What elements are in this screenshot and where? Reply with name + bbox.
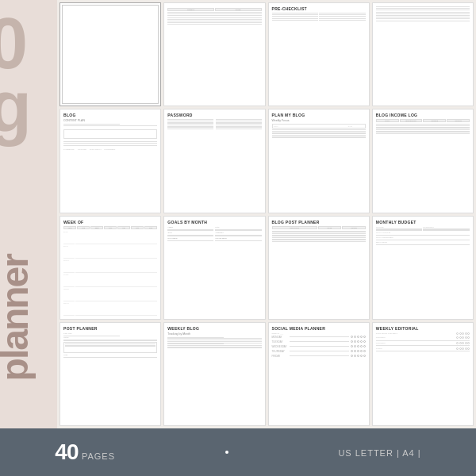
card-pre-checklist: PRE-CHECKLIST: [268, 2, 370, 106]
social-icon-tw: [354, 336, 356, 338]
card-title-plan-blog: PLAN MY BLOG: [272, 113, 366, 117]
card-title-income-log: BLOG INCOME LOG: [376, 113, 470, 117]
social-icon-ig: [357, 336, 359, 338]
card-title-monthly-budget: MONTHLY BUDGET: [376, 220, 470, 225]
format-info: US LETTER | A4 |: [338, 445, 420, 459]
pages-number: 40: [55, 440, 78, 464]
card-password: PASSWORD: [163, 109, 265, 213]
card-blog-income-log: BLOG INCOME LOG DATE DESCRIPTION SOURCE …: [372, 109, 474, 213]
card-monthly-budget: MONTHLY BUDGET INCOME EXPENSES: [372, 216, 474, 320]
card-weekly-blog: WEEKLY BLOG Tracking by Month: [163, 322, 265, 426]
card-blog: BLOG CONTENT PLAN FACEBOOK TWITTER INSTA…: [60, 109, 161, 213]
social-icon-pi: [360, 336, 363, 338]
notes-lines: [167, 12, 261, 102]
letter-g: g: [0, 71, 32, 143]
editorial-icon-3: [462, 332, 464, 335]
main-container: 0 g planner SUBJECT NOTES: [0, 0, 476, 476]
card-notes: SUBJECT NOTES: [163, 2, 265, 106]
card-weekly-editorial: WEEKLY EDITORIAL POST BLOG CONTENT CONTE…: [372, 322, 474, 426]
editorial-icon-5: [467, 332, 470, 335]
card-post-planner: POST PLANNER Post Title Notes Tags: [60, 322, 161, 426]
bottom-bar: 40 PAGES US LETTER | A4 |: [0, 428, 476, 476]
card-title-blog: BLOG: [63, 113, 157, 117]
card-title-checklist: PRE-CHECKLIST: [272, 6, 366, 11]
card-subtitle-blog: CONTENT PLAN: [63, 119, 157, 122]
notes-col1: SUBJECT: [167, 8, 214, 11]
word-planner: planner: [0, 255, 34, 381]
social-icon-yt: [363, 336, 366, 338]
card-title-social-media: SOCIAL MEDIA PLANNER: [272, 326, 366, 331]
card-plan-my-blog: PLAN MY BLOG Weekly Focus TOPIC DATE: [268, 109, 370, 213]
card-title-week-of: WEEK OF: [63, 220, 157, 225]
card-decorative: [60, 2, 161, 106]
left-accent: 0 g planner: [0, 0, 57, 428]
card-blog-post-planner: BLOG POST PLANNER POST TITLE DATE STATUS: [268, 216, 370, 320]
card-social-media-planner: SOCIAL MEDIA PLANNER Week of: ___ MONDAY…: [268, 322, 370, 426]
social-icon-fb: [351, 336, 353, 338]
accent-letters: 0 g planner: [0, 0, 57, 428]
notes-header: SUBJECT NOTES: [167, 8, 261, 11]
format-label: US LETTER | A4 |: [338, 448, 420, 458]
letter-o: 0: [0, 8, 28, 79]
card-title-password: PASSWORD: [167, 113, 261, 117]
card-subtitle-weekly-blog: Tracking by Month: [167, 332, 261, 336]
card-week-of: WEEK OF MON TUE WED THU FRI SAT SUN BLOG: [60, 216, 161, 320]
page-grid: SUBJECT NOTES PRE-CHECKLIST: [57, 0, 476, 428]
pages-count: 40 PAGES: [55, 440, 115, 465]
card-empty1: [372, 2, 474, 106]
card-title-blog-post-planner: BLOG POST PLANNER: [272, 220, 366, 225]
editorial-icon-1: [456, 332, 459, 335]
card-title-goals-by-month: GOALS BY MONTH: [167, 220, 261, 225]
decorative-border: [62, 5, 159, 104]
card-subtitle-plan-blog: Weekly Focus: [272, 119, 366, 122]
card-goals-by-month: GOALS BY MONTH APRIL JULY OCTOBER MAY: [163, 216, 265, 320]
divider-dot-1: [225, 451, 228, 454]
pages-label: PAGES: [82, 451, 115, 461]
card-title-post-planner: POST PLANNER: [63, 326, 157, 331]
card-title-editorial: WEEKLY EDITORIAL: [376, 326, 470, 331]
card-title-weekly-blog: WEEKLY BLOG: [167, 326, 261, 331]
notes-col2: NOTES: [215, 8, 262, 11]
